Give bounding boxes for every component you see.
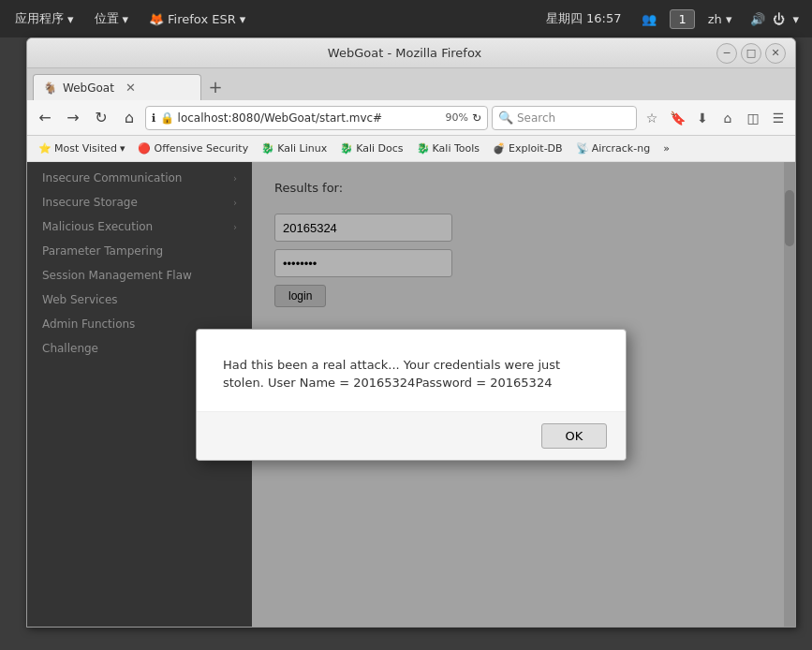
nav-bar: ← → ↻ ⌂ ℹ 🔒 localhost:8080/WebGoat/start… bbox=[27, 100, 795, 136]
power-arrow[interactable]: ▾ bbox=[792, 12, 799, 26]
tab-bar: 🐐 WebGoat ✕ + bbox=[27, 68, 795, 100]
bookmark-kali-linux[interactable]: 🐉 Kali Linux bbox=[256, 140, 332, 156]
kali-docs-label: Kali Docs bbox=[356, 142, 403, 155]
search-icon: 🔍 bbox=[498, 111, 513, 125]
nav-icons: ☆ 🔖 ⬇ ⌂ ◫ ☰ bbox=[641, 107, 790, 129]
browser-content: Insecure Communication › Insecure Storag… bbox=[27, 162, 795, 627]
aircrack-icon: 📡 bbox=[576, 142, 589, 155]
bookmark-kali-docs[interactable]: 🐉 Kali Docs bbox=[334, 140, 408, 156]
browser-menu[interactable]: 🦊 Firefox ESR ▾ bbox=[141, 8, 253, 30]
download-button[interactable]: ⬇ bbox=[691, 107, 714, 129]
tab-close-button[interactable]: ✕ bbox=[125, 81, 136, 94]
app-menu[interactable]: 应用程序 ▾ bbox=[7, 7, 81, 31]
offensive-security-icon: 🔴 bbox=[138, 142, 151, 155]
url-text: localhost:8080/WebGoat/start.mvc# bbox=[178, 111, 442, 125]
url-bar[interactable]: ℹ 🔒 localhost:8080/WebGoat/start.mvc# 90… bbox=[145, 106, 488, 130]
modal-ok-button[interactable]: OK bbox=[541, 423, 607, 449]
kali-linux-icon: 🐉 bbox=[261, 142, 274, 155]
bookmark-offensive-security[interactable]: 🔴 Offensive Security bbox=[132, 140, 254, 156]
browser-tab[interactable]: 🐐 WebGoat ✕ bbox=[33, 74, 201, 100]
search-input[interactable]: Search bbox=[517, 111, 555, 125]
exploit-db-label: Exploit-DB bbox=[509, 142, 563, 155]
people-icon: 👥 bbox=[642, 12, 657, 26]
close-button[interactable]: ✕ bbox=[765, 43, 786, 64]
modal-message: Had this been a real attack... Your cred… bbox=[223, 358, 560, 391]
title-bar: WebGoat - Mozilla Firefox ─ □ ✕ bbox=[27, 38, 795, 68]
forward-button[interactable]: → bbox=[61, 106, 85, 130]
security-icon: 🔒 bbox=[160, 111, 174, 125]
bookmark-exploit-db[interactable]: 💣 Exploit-DB bbox=[487, 140, 568, 156]
workspace-badge[interactable]: 1 bbox=[670, 9, 694, 29]
bookmark-star-button[interactable]: ☆ bbox=[641, 107, 663, 129]
people-icon-btn[interactable]: 👥 bbox=[634, 8, 664, 30]
modal-body: Had this been a real attack... Your cred… bbox=[197, 330, 626, 412]
volume-icon[interactable]: 🔊 bbox=[750, 12, 765, 26]
menu-button[interactable]: ☰ bbox=[767, 107, 790, 129]
bookmark-aircrack[interactable]: 📡 Aircrack-ng bbox=[570, 140, 657, 156]
exploit-db-icon: 💣 bbox=[493, 142, 506, 155]
lang-selector[interactable]: zh ▾ bbox=[701, 8, 740, 30]
tab-favicon: 🐐 bbox=[43, 81, 57, 95]
more-bookmarks-label: » bbox=[663, 142, 670, 155]
back-button[interactable]: ← bbox=[33, 106, 57, 130]
system-icons: 🔊 ⏻ ▾ bbox=[745, 12, 805, 26]
search-bar[interactable]: 🔍 Search bbox=[492, 106, 637, 130]
power-icon[interactable]: ⏻ bbox=[773, 12, 785, 26]
bookmark-most-visited[interactable]: ⭐ Most Visited ▾ bbox=[33, 140, 130, 156]
kali-docs-icon: 🐉 bbox=[340, 142, 353, 155]
home-button[interactable]: ⌂ bbox=[117, 106, 141, 130]
modal-overlay: Had this been a real attack... Your cred… bbox=[27, 162, 795, 627]
modal-dialog: Had this been a real attack... Your cred… bbox=[196, 329, 627, 461]
firefox-icon: 🦊 bbox=[149, 12, 164, 26]
bookmarks-bar: ⭐ Most Visited ▾ 🔴 Offensive Security 🐉 … bbox=[27, 136, 795, 162]
reload-icon[interactable]: ↻ bbox=[472, 111, 481, 125]
new-tab-button[interactable]: + bbox=[203, 74, 228, 98]
taskbar: 应用程序 ▾ 位置 ▾ 🦊 Firefox ESR ▾ 星期四 16:57 👥 … bbox=[0, 0, 812, 37]
most-visited-icon: ⭐ bbox=[38, 142, 52, 155]
kali-tools-label: Kali Tools bbox=[433, 142, 480, 155]
reload-button[interactable]: ↻ bbox=[89, 106, 113, 130]
places-menu-arrow: ▾ bbox=[123, 12, 129, 26]
offensive-security-label: Offensive Security bbox=[154, 142, 248, 155]
tab-title: WebGoat bbox=[63, 81, 114, 95]
bookmark-more[interactable]: » bbox=[657, 140, 675, 156]
window-controls: ─ □ ✕ bbox=[716, 43, 786, 64]
most-visited-arrow: ▾ bbox=[120, 142, 125, 155]
zoom-level: 90% bbox=[445, 111, 467, 124]
lang-label: zh bbox=[708, 12, 722, 26]
bookmark-kali-tools[interactable]: 🐉 Kali Tools bbox=[411, 140, 485, 156]
clock: 星期四 16:57 bbox=[539, 10, 629, 27]
lang-arrow: ▾ bbox=[726, 12, 732, 26]
app-menu-arrow: ▾ bbox=[67, 12, 74, 26]
browser-menu-label: Firefox ESR bbox=[168, 12, 236, 26]
maximize-button[interactable]: □ bbox=[741, 43, 761, 64]
window-title: WebGoat - Mozilla Firefox bbox=[93, 46, 716, 60]
pocket-button[interactable]: ◫ bbox=[742, 107, 764, 129]
modal-footer: OK bbox=[197, 412, 626, 460]
aircrack-label: Aircrack-ng bbox=[592, 142, 651, 155]
minimize-button[interactable]: ─ bbox=[716, 43, 737, 64]
most-visited-label: Most Visited bbox=[54, 142, 117, 155]
kali-tools-icon: 🐉 bbox=[417, 142, 430, 155]
kali-linux-label: Kali Linux bbox=[277, 142, 327, 155]
bookmark-list-button[interactable]: 🔖 bbox=[666, 107, 688, 129]
home-nav-button[interactable]: ⌂ bbox=[716, 107, 739, 129]
places-menu[interactable]: 位置 ▾ bbox=[87, 7, 137, 31]
browser-menu-arrow: ▾ bbox=[240, 12, 246, 26]
browser-window: WebGoat - Mozilla Firefox ─ □ ✕ 🐐 WebGoa… bbox=[26, 37, 796, 628]
app-menu-label: 应用程序 bbox=[15, 10, 64, 27]
lock-icon: ℹ bbox=[152, 111, 156, 125]
places-menu-label: 位置 bbox=[95, 10, 119, 27]
